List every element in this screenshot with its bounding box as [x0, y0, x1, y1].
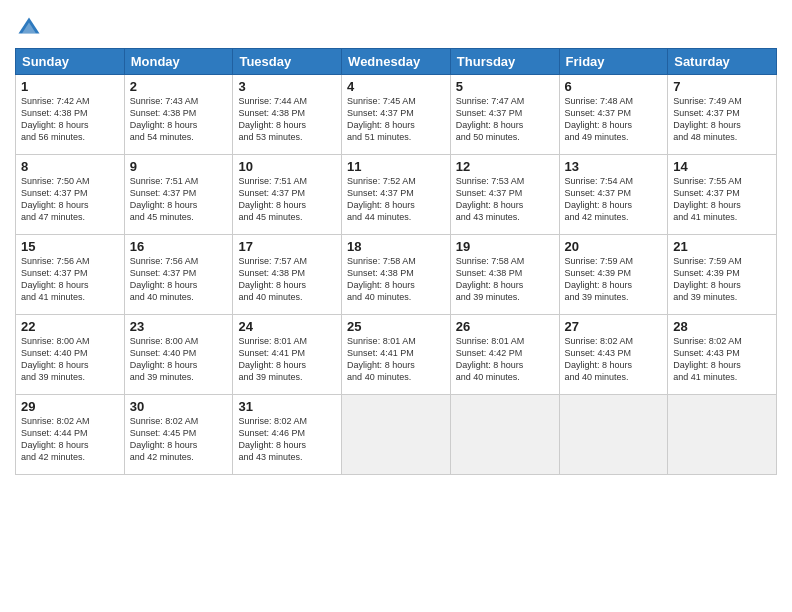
day-info: Sunrise: 7:55 AMSunset: 4:37 PMDaylight:…: [673, 175, 771, 224]
weekday-header-thursday: Thursday: [450, 49, 559, 75]
calendar-cell: 8 Sunrise: 7:50 AMSunset: 4:37 PMDayligh…: [16, 155, 125, 235]
day-number: 15: [21, 239, 119, 254]
calendar-cell: 12 Sunrise: 7:53 AMSunset: 4:37 PMDaylig…: [450, 155, 559, 235]
day-number: 29: [21, 399, 119, 414]
weekday-header-wednesday: Wednesday: [342, 49, 451, 75]
day-info: Sunrise: 8:00 AMSunset: 4:40 PMDaylight:…: [21, 335, 119, 384]
calendar-cell: 15 Sunrise: 7:56 AMSunset: 4:37 PMDaylig…: [16, 235, 125, 315]
calendar-cell: 11 Sunrise: 7:52 AMSunset: 4:37 PMDaylig…: [342, 155, 451, 235]
calendar-cell: 16 Sunrise: 7:56 AMSunset: 4:37 PMDaylig…: [124, 235, 233, 315]
day-number: 2: [130, 79, 228, 94]
header: [15, 10, 777, 42]
day-info: Sunrise: 7:56 AMSunset: 4:37 PMDaylight:…: [130, 255, 228, 304]
calendar-cell: 13 Sunrise: 7:54 AMSunset: 4:37 PMDaylig…: [559, 155, 668, 235]
calendar-cell: 18 Sunrise: 7:58 AMSunset: 4:38 PMDaylig…: [342, 235, 451, 315]
calendar-cell: 20 Sunrise: 7:59 AMSunset: 4:39 PMDaylig…: [559, 235, 668, 315]
calendar-cell: 9 Sunrise: 7:51 AMSunset: 4:37 PMDayligh…: [124, 155, 233, 235]
day-info: Sunrise: 7:43 AMSunset: 4:38 PMDaylight:…: [130, 95, 228, 144]
day-number: 22: [21, 319, 119, 334]
day-number: 21: [673, 239, 771, 254]
weekday-header-saturday: Saturday: [668, 49, 777, 75]
day-number: 27: [565, 319, 663, 334]
calendar-cell: [668, 395, 777, 475]
day-info: Sunrise: 7:50 AMSunset: 4:37 PMDaylight:…: [21, 175, 119, 224]
day-info: Sunrise: 7:56 AMSunset: 4:37 PMDaylight:…: [21, 255, 119, 304]
day-info: Sunrise: 8:02 AMSunset: 4:44 PMDaylight:…: [21, 415, 119, 464]
logo: [15, 14, 47, 42]
day-info: Sunrise: 7:44 AMSunset: 4:38 PMDaylight:…: [238, 95, 336, 144]
calendar-cell: 26 Sunrise: 8:01 AMSunset: 4:42 PMDaylig…: [450, 315, 559, 395]
day-number: 20: [565, 239, 663, 254]
calendar-week-row: 1 Sunrise: 7:42 AMSunset: 4:38 PMDayligh…: [16, 75, 777, 155]
day-number: 12: [456, 159, 554, 174]
calendar-cell: 3 Sunrise: 7:44 AMSunset: 4:38 PMDayligh…: [233, 75, 342, 155]
weekday-header-sunday: Sunday: [16, 49, 125, 75]
day-number: 1: [21, 79, 119, 94]
calendar-week-row: 22 Sunrise: 8:00 AMSunset: 4:40 PMDaylig…: [16, 315, 777, 395]
day-number: 16: [130, 239, 228, 254]
calendar-cell: 6 Sunrise: 7:48 AMSunset: 4:37 PMDayligh…: [559, 75, 668, 155]
day-number: 31: [238, 399, 336, 414]
day-number: 30: [130, 399, 228, 414]
day-info: Sunrise: 7:51 AMSunset: 4:37 PMDaylight:…: [130, 175, 228, 224]
calendar-cell: 28 Sunrise: 8:02 AMSunset: 4:43 PMDaylig…: [668, 315, 777, 395]
calendar-cell: 10 Sunrise: 7:51 AMSunset: 4:37 PMDaylig…: [233, 155, 342, 235]
weekday-header-friday: Friday: [559, 49, 668, 75]
calendar-cell: 2 Sunrise: 7:43 AMSunset: 4:38 PMDayligh…: [124, 75, 233, 155]
calendar-cell: 14 Sunrise: 7:55 AMSunset: 4:37 PMDaylig…: [668, 155, 777, 235]
day-info: Sunrise: 7:59 AMSunset: 4:39 PMDaylight:…: [673, 255, 771, 304]
calendar-table: SundayMondayTuesdayWednesdayThursdayFrid…: [15, 48, 777, 475]
day-info: Sunrise: 7:48 AMSunset: 4:37 PMDaylight:…: [565, 95, 663, 144]
day-number: 13: [565, 159, 663, 174]
calendar-cell: 21 Sunrise: 7:59 AMSunset: 4:39 PMDaylig…: [668, 235, 777, 315]
day-info: Sunrise: 7:58 AMSunset: 4:38 PMDaylight:…: [347, 255, 445, 304]
day-info: Sunrise: 7:53 AMSunset: 4:37 PMDaylight:…: [456, 175, 554, 224]
day-number: 14: [673, 159, 771, 174]
day-info: Sunrise: 8:02 AMSunset: 4:43 PMDaylight:…: [565, 335, 663, 384]
day-info: Sunrise: 7:47 AMSunset: 4:37 PMDaylight:…: [456, 95, 554, 144]
day-number: 9: [130, 159, 228, 174]
calendar-cell: 1 Sunrise: 7:42 AMSunset: 4:38 PMDayligh…: [16, 75, 125, 155]
day-info: Sunrise: 7:42 AMSunset: 4:38 PMDaylight:…: [21, 95, 119, 144]
weekday-header-row: SundayMondayTuesdayWednesdayThursdayFrid…: [16, 49, 777, 75]
day-number: 24: [238, 319, 336, 334]
day-info: Sunrise: 8:02 AMSunset: 4:46 PMDaylight:…: [238, 415, 336, 464]
day-number: 11: [347, 159, 445, 174]
calendar-cell: 30 Sunrise: 8:02 AMSunset: 4:45 PMDaylig…: [124, 395, 233, 475]
calendar-cell: 31 Sunrise: 8:02 AMSunset: 4:46 PMDaylig…: [233, 395, 342, 475]
day-info: Sunrise: 7:57 AMSunset: 4:38 PMDaylight:…: [238, 255, 336, 304]
calendar-cell: 23 Sunrise: 8:00 AMSunset: 4:40 PMDaylig…: [124, 315, 233, 395]
day-number: 28: [673, 319, 771, 334]
day-number: 17: [238, 239, 336, 254]
day-number: 8: [21, 159, 119, 174]
calendar-cell: [342, 395, 451, 475]
day-number: 7: [673, 79, 771, 94]
calendar-cell: 29 Sunrise: 8:02 AMSunset: 4:44 PMDaylig…: [16, 395, 125, 475]
calendar-cell: 5 Sunrise: 7:47 AMSunset: 4:37 PMDayligh…: [450, 75, 559, 155]
weekday-header-monday: Monday: [124, 49, 233, 75]
calendar-cell: 27 Sunrise: 8:02 AMSunset: 4:43 PMDaylig…: [559, 315, 668, 395]
day-number: 10: [238, 159, 336, 174]
day-number: 5: [456, 79, 554, 94]
day-number: 4: [347, 79, 445, 94]
day-info: Sunrise: 8:01 AMSunset: 4:42 PMDaylight:…: [456, 335, 554, 384]
day-info: Sunrise: 8:02 AMSunset: 4:43 PMDaylight:…: [673, 335, 771, 384]
calendar-cell: 19 Sunrise: 7:58 AMSunset: 4:38 PMDaylig…: [450, 235, 559, 315]
calendar-cell: [559, 395, 668, 475]
calendar-cell: 22 Sunrise: 8:00 AMSunset: 4:40 PMDaylig…: [16, 315, 125, 395]
logo-icon: [15, 14, 43, 42]
calendar-cell: 7 Sunrise: 7:49 AMSunset: 4:37 PMDayligh…: [668, 75, 777, 155]
day-number: 18: [347, 239, 445, 254]
page: SundayMondayTuesdayWednesdayThursdayFrid…: [0, 0, 792, 612]
day-info: Sunrise: 8:01 AMSunset: 4:41 PMDaylight:…: [238, 335, 336, 384]
day-info: Sunrise: 8:00 AMSunset: 4:40 PMDaylight:…: [130, 335, 228, 384]
day-number: 23: [130, 319, 228, 334]
day-number: 19: [456, 239, 554, 254]
calendar-cell: 17 Sunrise: 7:57 AMSunset: 4:38 PMDaylig…: [233, 235, 342, 315]
day-number: 6: [565, 79, 663, 94]
calendar-week-row: 15 Sunrise: 7:56 AMSunset: 4:37 PMDaylig…: [16, 235, 777, 315]
day-number: 26: [456, 319, 554, 334]
day-info: Sunrise: 7:49 AMSunset: 4:37 PMDaylight:…: [673, 95, 771, 144]
day-number: 3: [238, 79, 336, 94]
day-info: Sunrise: 7:59 AMSunset: 4:39 PMDaylight:…: [565, 255, 663, 304]
